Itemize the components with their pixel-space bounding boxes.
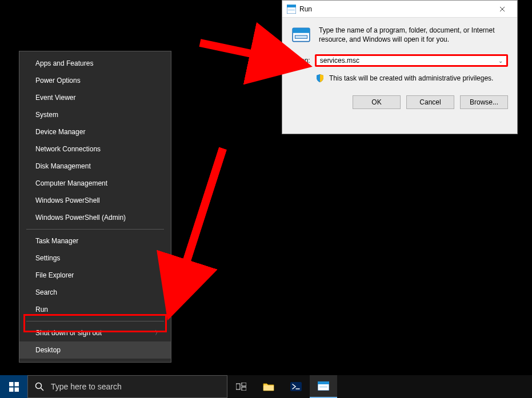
taskbar-search[interactable]: Type here to search <box>27 375 227 398</box>
svg-rect-0 <box>9 382 13 386</box>
svg-rect-18 <box>293 28 310 33</box>
svg-point-4 <box>36 383 42 389</box>
winx-item-computer-management[interactable]: Computer Management <box>19 175 171 192</box>
run-admin-note: This task will be created with administr… <box>329 74 493 82</box>
svg-rect-15 <box>287 5 296 7</box>
task-view-icon <box>236 383 246 391</box>
start-button[interactable] <box>0 375 27 398</box>
svg-rect-7 <box>242 383 246 386</box>
winx-item-disk-management[interactable]: Disk Management <box>19 158 171 175</box>
run-open-value: services.msc <box>320 57 359 65</box>
file-explorer-icon <box>263 382 274 391</box>
winx-item-task-manager[interactable]: Task Manager <box>19 232 171 250</box>
taskbar-app-explorer[interactable] <box>255 375 282 398</box>
close-button[interactable] <box>489 1 515 17</box>
taskbar: Type here to search <box>0 375 532 398</box>
run-dialog-title: Run <box>299 5 489 13</box>
svg-line-5 <box>41 388 44 391</box>
svg-rect-2 <box>9 387 13 391</box>
svg-rect-13 <box>319 386 327 388</box>
run-dialog-icon <box>287 5 296 14</box>
winx-separator <box>26 321 164 321</box>
svg-rect-16 <box>288 9 295 11</box>
run-large-icon <box>291 26 311 45</box>
svg-rect-19 <box>295 35 307 38</box>
winx-item-apps-features[interactable]: Apps and Features <box>19 55 171 72</box>
taskbar-app-powershell[interactable] <box>282 375 310 398</box>
cancel-button[interactable]: Cancel <box>406 95 454 109</box>
winx-context-menu: Apps and Features Power Options Event Vi… <box>19 51 171 363</box>
winx-item-network-connections[interactable]: Network Connections <box>19 140 171 158</box>
winx-item-run[interactable]: Run <box>19 301 171 318</box>
winx-item-powershell-admin[interactable]: Windows PowerShell (Admin) <box>19 209 171 226</box>
chevron-down-icon: ⌄ <box>498 58 503 64</box>
chevron-right-icon: 〉 <box>155 329 161 337</box>
svg-rect-6 <box>236 384 240 389</box>
svg-rect-12 <box>318 381 329 384</box>
powershell-icon <box>290 382 302 391</box>
run-dialog-titlebar[interactable]: Run <box>282 1 517 18</box>
uac-shield-icon <box>315 74 325 83</box>
run-open-combobox[interactable]: services.msc ⌄ <box>315 54 508 67</box>
search-icon <box>35 382 44 391</box>
winx-item-device-manager[interactable]: Device Manager <box>19 123 171 140</box>
taskbar-search-placeholder: Type here to search <box>51 382 122 391</box>
winx-item-settings[interactable]: Settings <box>19 250 171 267</box>
taskbar-app-run[interactable] <box>310 375 337 398</box>
winx-item-search[interactable]: Search <box>19 284 171 301</box>
winx-item-shutdown[interactable]: Shut down or sign out 〉 <box>19 324 171 341</box>
winx-item-file-explorer[interactable]: File Explorer <box>19 267 171 284</box>
svg-line-20 <box>171 148 223 308</box>
run-help-text: Type the name of a program, folder, docu… <box>319 26 508 44</box>
svg-line-21 <box>171 148 223 308</box>
winx-item-system[interactable]: System <box>19 106 171 123</box>
winx-item-powershell[interactable]: Windows PowerShell <box>19 192 171 209</box>
winx-separator <box>26 229 164 230</box>
task-view-button[interactable] <box>227 375 255 398</box>
winx-item-power-options[interactable]: Power Options <box>19 72 171 89</box>
browse-button[interactable]: Browse... <box>460 95 508 109</box>
close-icon <box>499 6 505 12</box>
svg-rect-9 <box>263 385 274 391</box>
run-dialog-icon <box>318 381 329 391</box>
svg-rect-1 <box>14 382 18 386</box>
ok-button[interactable]: OK <box>353 95 401 109</box>
windows-logo-icon <box>9 382 19 392</box>
run-dialog-buttons: OK Cancel Browse... <box>282 89 517 115</box>
taskbar-icons <box>227 375 337 398</box>
winx-item-event-viewer[interactable]: Event Viewer <box>19 89 171 106</box>
svg-rect-3 <box>14 387 18 391</box>
run-open-label: Open: <box>291 57 310 65</box>
run-dialog: Run Type the name of a program, folder, … <box>282 0 518 134</box>
winx-item-desktop[interactable]: Desktop <box>19 341 171 359</box>
svg-rect-8 <box>242 387 246 391</box>
